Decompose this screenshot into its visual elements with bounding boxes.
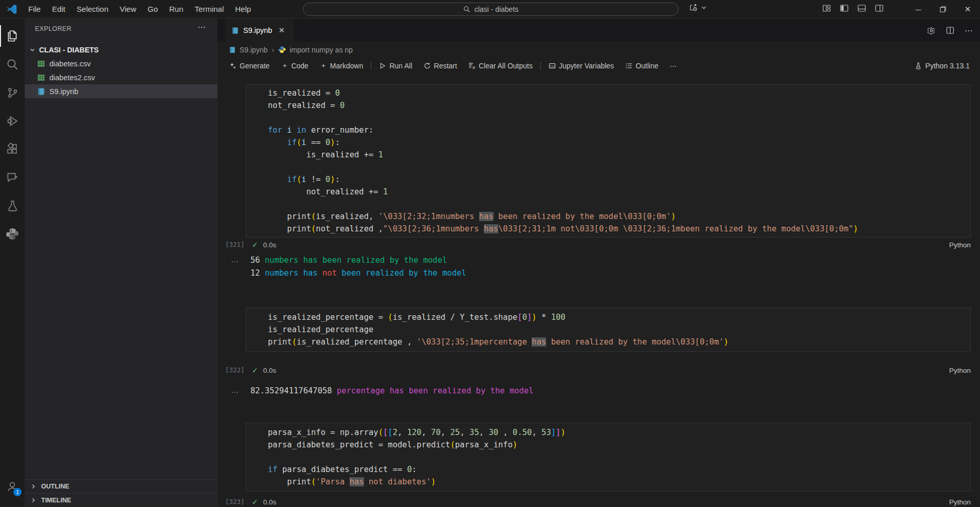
code-token: 0	[522, 313, 527, 322]
toolbar-more-button[interactable]: ⋯	[669, 62, 677, 70]
tab-s9-ipynb[interactable]: S9.ipynb ✕	[225, 19, 294, 42]
menu-run[interactable]: Run	[164, 0, 189, 19]
execution-count: [322]	[225, 366, 245, 374]
explorer-more-actions[interactable]: ⋯	[197, 22, 206, 32]
code-token: :	[412, 465, 416, 474]
toggle-secondary-sidebar-icon[interactable]	[875, 4, 883, 12]
notebook-file-icon	[37, 87, 45, 96]
toolbar-separator	[371, 62, 371, 70]
code-token: np.array	[340, 428, 378, 437]
code-cell: is_realized = 0not_realized = 0 for i in…	[217, 84, 980, 280]
accounts-icon[interactable]: 1	[0, 476, 25, 497]
customize-layout-icon[interactable]	[823, 4, 831, 12]
execution-time: 0.0s	[263, 241, 277, 249]
kernel-picker[interactable]: Python 3.13.1	[915, 58, 970, 74]
close-button[interactable]: ✕	[955, 0, 980, 19]
code-token: )	[560, 428, 565, 437]
clear-outputs-icon	[468, 62, 476, 69]
code-token: "\033[2;36;1mnumbers	[383, 224, 484, 233]
output-text: numbers has	[265, 268, 322, 278]
code-token: '\033[2;35;1mpercentage	[416, 337, 532, 347]
menu-edit[interactable]: Edit	[46, 0, 71, 19]
code-token: ,	[460, 428, 469, 437]
split-editor-icon[interactable]	[946, 26, 954, 34]
testing-icon[interactable]	[0, 195, 25, 216]
code-token: parsa_diabetes_predict	[278, 465, 388, 474]
file-s9-ipynb[interactable]: S9.ipynb	[25, 84, 217, 98]
file-diabetes-csv[interactable]: diabetes.csv	[25, 57, 217, 70]
code-token: /	[445, 313, 460, 322]
restore-button[interactable]	[931, 0, 955, 19]
cell-language-label[interactable]: Python	[949, 367, 971, 374]
toggle-sidebar-icon[interactable]	[840, 4, 848, 12]
folder-clasi-diabets[interactable]: CLASI - DIABETS	[25, 43, 217, 57]
explorer-icon[interactable]	[0, 25, 25, 47]
cell-editor[interactable]: parsa_x_info = np.array([[2, 120, 70, 25…	[246, 423, 971, 492]
breadcrumb-separator: ›	[271, 46, 274, 54]
output-options-icon[interactable]: ⋯	[231, 388, 239, 397]
screencast-button[interactable]	[689, 3, 707, 12]
menu-terminal[interactable]: Terminal	[189, 0, 230, 19]
notebook-file-icon	[229, 46, 236, 53]
menu-help[interactable]: Help	[229, 0, 257, 19]
code-token	[268, 138, 287, 147]
code-token: if	[287, 175, 297, 184]
cell-language-label[interactable]: Python	[949, 498, 971, 506]
code-cell: parsa_x_info = np.array([[2, 120, 70, 25…	[217, 423, 980, 507]
run-and-debug-icon[interactable]	[0, 110, 25, 132]
code-line: parsa_diabetes_predict = model.predict(p…	[268, 439, 970, 451]
output-options-icon[interactable]: ⋯	[231, 257, 239, 266]
file-name: diabetes2.csv	[49, 74, 95, 82]
generate-button[interactable]: Generate	[229, 62, 269, 70]
run-all-button[interactable]: Run All	[379, 62, 412, 70]
search-icon[interactable]	[0, 53, 25, 75]
outline-button[interactable]: Outline	[625, 62, 658, 70]
more-actions-icon[interactable]: ⋯	[965, 26, 973, 35]
vscode-logo-icon	[6, 4, 17, 15]
plus-icon: ＋	[320, 61, 327, 70]
settings-gear-icon[interactable]	[927, 26, 936, 35]
chat-icon[interactable]	[0, 167, 25, 188]
python-icon[interactable]	[0, 223, 25, 245]
code-token: +=	[359, 150, 378, 159]
menu-view[interactable]: View	[114, 0, 142, 19]
close-tab-icon[interactable]: ✕	[278, 26, 285, 35]
source-control-icon[interactable]	[0, 82, 25, 103]
code-token: )	[724, 337, 729, 347]
cell-editor[interactable]: is_realized = 0not_realized = 0 for i in…	[246, 84, 971, 238]
code-token: 30	[488, 428, 498, 437]
outline-section[interactable]: OUTLINE	[25, 479, 217, 493]
code-token: 0.50	[513, 428, 532, 437]
menu-go[interactable]: Go	[142, 0, 164, 19]
breadcrumb-file[interactable]: S9.ipynb	[240, 46, 267, 54]
code-token: 1	[383, 187, 388, 196]
jupyter-variables-button[interactable]: (x) Jupyter Variables	[549, 62, 614, 70]
code-token: if	[268, 465, 278, 474]
restart-button[interactable]: Restart	[424, 62, 457, 70]
notebook-file-icon	[231, 27, 239, 34]
code-token: not_realized	[316, 224, 373, 233]
code-token: +=	[364, 187, 383, 196]
code-token: model.predict	[388, 440, 450, 449]
code-token: parsa_x_info	[455, 440, 513, 449]
cell-language-label[interactable]: Python	[949, 241, 971, 249]
file-diabetes2-csv[interactable]: diabetes2.csv	[25, 70, 217, 84]
settings-gear-icon[interactable]	[0, 501, 25, 507]
breadcrumb-symbol[interactable]: import numpy as np	[289, 46, 353, 54]
kernel-icon	[915, 62, 922, 69]
command-center-search[interactable]: clasi - diabets	[303, 3, 679, 16]
add-markdown-button[interactable]: ＋ Markdown	[320, 61, 364, 70]
clear-all-outputs-button[interactable]: Clear All Outputs	[468, 62, 533, 70]
word-occurrence-highlight: has	[350, 477, 364, 486]
add-code-button[interactable]: ＋ Code	[281, 61, 308, 70]
timeline-section[interactable]: TIMELINE	[25, 493, 217, 507]
minimize-button[interactable]: ─	[906, 0, 931, 19]
cell-editor[interactable]: is_realized_percentage = (is_realized / …	[246, 307, 971, 352]
menu-file[interactable]: File	[23, 0, 46, 19]
plus-icon: ＋	[281, 61, 288, 70]
menu-selection[interactable]: Selection	[71, 0, 114, 19]
toggle-panel-icon[interactable]	[858, 4, 866, 12]
chevron-down-icon	[29, 46, 36, 53]
extensions-icon[interactable]	[0, 138, 25, 160]
breadcrumb: S9.ipynb › import numpy as np	[217, 42, 980, 58]
